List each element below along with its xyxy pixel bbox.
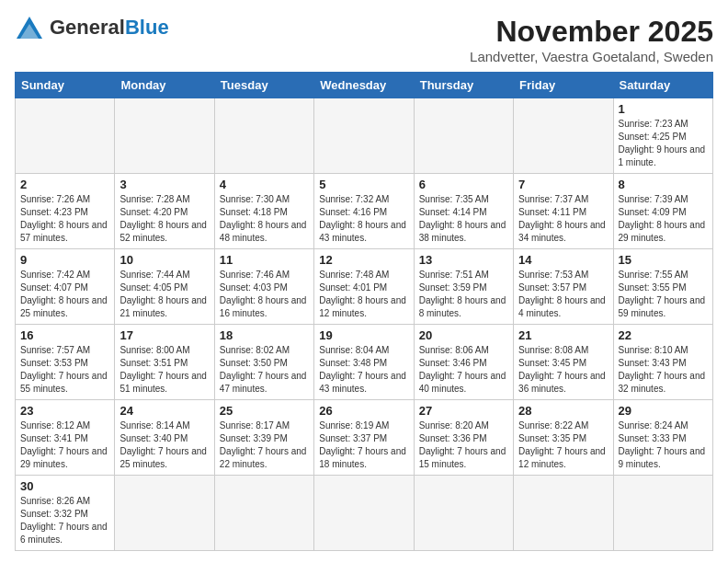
calendar-cell: 20Sunrise: 8:06 AM Sunset: 3:46 PM Dayli… (414, 325, 513, 400)
calendar-cell (214, 476, 313, 551)
day-info: Sunrise: 8:02 AM Sunset: 3:50 PM Dayligh… (220, 344, 309, 396)
day-number: 20 (419, 328, 508, 342)
day-info: Sunrise: 8:24 AM Sunset: 3:33 PM Dayligh… (619, 419, 708, 471)
day-info: Sunrise: 8:12 AM Sunset: 3:41 PM Dayligh… (20, 419, 109, 471)
day-number: 25 (220, 404, 309, 418)
day-info: Sunrise: 8:22 AM Sunset: 3:35 PM Dayligh… (518, 419, 608, 471)
day-number: 26 (319, 404, 408, 418)
calendar-cell: 29Sunrise: 8:24 AM Sunset: 3:33 PM Dayli… (613, 400, 712, 476)
day-info: Sunrise: 8:08 AM Sunset: 3:45 PM Dayligh… (518, 344, 608, 396)
logo-icon (15, 15, 44, 40)
calendar-cell (613, 476, 712, 551)
day-number: 3 (119, 178, 209, 191)
logo-text: GeneralBlue (50, 16, 169, 40)
day-info: Sunrise: 8:04 AM Sunset: 3:48 PM Dayligh… (319, 344, 408, 396)
weekday-header: Tuesday (214, 73, 313, 98)
calendar-cell: 25Sunrise: 8:17 AM Sunset: 3:39 PM Dayli… (214, 400, 313, 476)
calendar-cell: 22Sunrise: 8:10 AM Sunset: 3:43 PM Dayli… (613, 325, 712, 400)
day-number: 18 (220, 328, 309, 342)
month-year: November 2025 (470, 15, 713, 49)
day-number: 8 (619, 178, 708, 191)
calendar-cell: 17Sunrise: 8:00 AM Sunset: 3:51 PM Dayli… (115, 325, 214, 400)
day-number: 5 (319, 178, 408, 191)
calendar-cell (115, 476, 214, 551)
calendar-cell: 12Sunrise: 7:48 AM Sunset: 4:01 PM Dayli… (314, 249, 414, 325)
calendar-cell: 23Sunrise: 8:12 AM Sunset: 3:41 PM Dayli… (16, 400, 115, 476)
calendar-cell: 5Sunrise: 7:32 AM Sunset: 4:16 PM Daylig… (314, 174, 414, 249)
weekday-header: Saturday (613, 73, 712, 98)
day-info: Sunrise: 8:17 AM Sunset: 3:39 PM Dayligh… (220, 419, 309, 471)
day-number: 22 (619, 328, 708, 342)
header: GeneralBlue November 2025 Landvetter, Va… (15, 15, 713, 64)
day-number: 21 (518, 328, 608, 342)
calendar-cell: 30Sunrise: 8:26 AM Sunset: 3:32 PM Dayli… (16, 476, 115, 551)
weekday-header: Friday (514, 73, 613, 98)
day-info: Sunrise: 7:46 AM Sunset: 4:03 PM Dayligh… (220, 269, 309, 320)
calendar-cell: 10Sunrise: 7:44 AM Sunset: 4:05 PM Dayli… (115, 249, 214, 325)
day-info: Sunrise: 7:30 AM Sunset: 4:18 PM Dayligh… (220, 193, 309, 245)
day-info: Sunrise: 8:00 AM Sunset: 3:51 PM Dayligh… (119, 344, 209, 396)
day-number: 29 (619, 404, 708, 418)
calendar-cell: 14Sunrise: 7:53 AM Sunset: 3:57 PM Dayli… (514, 249, 613, 325)
calendar-cell (414, 476, 513, 551)
logo-area: GeneralBlue (15, 15, 169, 40)
calendar-cell: 15Sunrise: 7:55 AM Sunset: 3:55 PM Dayli… (613, 249, 712, 325)
day-info: Sunrise: 8:14 AM Sunset: 3:40 PM Dayligh… (119, 419, 209, 471)
calendar-cell (214, 98, 313, 174)
day-number: 17 (119, 328, 209, 342)
day-info: Sunrise: 7:26 AM Sunset: 4:23 PM Dayligh… (20, 193, 109, 245)
day-info: Sunrise: 8:10 AM Sunset: 3:43 PM Dayligh… (619, 344, 708, 396)
day-number: 4 (220, 178, 309, 191)
day-number: 28 (518, 404, 608, 418)
calendar-cell (514, 476, 613, 551)
day-info: Sunrise: 7:55 AM Sunset: 3:55 PM Dayligh… (619, 269, 708, 320)
calendar-cell (314, 476, 414, 551)
day-number: 12 (319, 253, 408, 267)
calendar-cell: 19Sunrise: 8:04 AM Sunset: 3:48 PM Dayli… (314, 325, 414, 400)
day-info: Sunrise: 7:39 AM Sunset: 4:09 PM Dayligh… (619, 193, 708, 245)
calendar-cell: 9Sunrise: 7:42 AM Sunset: 4:07 PM Daylig… (16, 249, 115, 325)
calendar-cell: 13Sunrise: 7:51 AM Sunset: 3:59 PM Dayli… (414, 249, 513, 325)
day-number: 6 (419, 178, 508, 191)
weekday-header: Wednesday (314, 73, 414, 98)
day-info: Sunrise: 7:51 AM Sunset: 3:59 PM Dayligh… (419, 269, 508, 320)
calendar-cell: 11Sunrise: 7:46 AM Sunset: 4:03 PM Dayli… (214, 249, 313, 325)
day-info: Sunrise: 7:37 AM Sunset: 4:11 PM Dayligh… (518, 193, 608, 245)
day-number: 14 (518, 253, 608, 267)
calendar-cell: 18Sunrise: 8:02 AM Sunset: 3:50 PM Dayli… (214, 325, 313, 400)
day-number: 30 (20, 479, 109, 493)
day-number: 16 (20, 328, 109, 342)
day-info: Sunrise: 7:53 AM Sunset: 3:57 PM Dayligh… (518, 269, 608, 320)
day-info: Sunrise: 7:35 AM Sunset: 4:14 PM Dayligh… (419, 193, 508, 245)
calendar-cell: 1Sunrise: 7:23 AM Sunset: 4:25 PM Daylig… (613, 98, 712, 174)
day-info: Sunrise: 8:19 AM Sunset: 3:37 PM Dayligh… (319, 419, 408, 471)
day-info: Sunrise: 7:48 AM Sunset: 4:01 PM Dayligh… (319, 269, 408, 320)
day-number: 19 (319, 328, 408, 342)
calendar-cell (16, 98, 115, 174)
calendar-cell: 21Sunrise: 8:08 AM Sunset: 3:45 PM Dayli… (514, 325, 613, 400)
day-number: 15 (619, 253, 708, 267)
calendar-cell: 2Sunrise: 7:26 AM Sunset: 4:23 PM Daylig… (16, 174, 115, 249)
calendar-cell: 4Sunrise: 7:30 AM Sunset: 4:18 PM Daylig… (214, 174, 313, 249)
day-info: Sunrise: 8:20 AM Sunset: 3:36 PM Dayligh… (419, 419, 508, 471)
day-info: Sunrise: 7:42 AM Sunset: 4:07 PM Dayligh… (20, 269, 109, 320)
day-number: 13 (419, 253, 508, 267)
calendar-cell: 26Sunrise: 8:19 AM Sunset: 3:37 PM Dayli… (314, 400, 414, 476)
day-info: Sunrise: 7:28 AM Sunset: 4:20 PM Dayligh… (119, 193, 209, 245)
calendar-cell (514, 98, 613, 174)
weekday-header: Thursday (414, 73, 513, 98)
calendar-cell: 16Sunrise: 7:57 AM Sunset: 3:53 PM Dayli… (16, 325, 115, 400)
day-info: Sunrise: 7:44 AM Sunset: 4:05 PM Dayligh… (119, 269, 209, 320)
day-info: Sunrise: 7:57 AM Sunset: 3:53 PM Dayligh… (20, 344, 109, 396)
calendar-cell (414, 98, 513, 174)
calendar-cell: 8Sunrise: 7:39 AM Sunset: 4:09 PM Daylig… (613, 174, 712, 249)
title-area: November 2025 Landvetter, Vaestra Goetal… (470, 15, 713, 64)
day-info: Sunrise: 7:23 AM Sunset: 4:25 PM Dayligh… (619, 118, 708, 169)
calendar-cell (115, 98, 214, 174)
calendar: SundayMondayTuesdayWednesdayThursdayFrid… (15, 72, 713, 551)
calendar-cell: 24Sunrise: 8:14 AM Sunset: 3:40 PM Dayli… (115, 400, 214, 476)
day-number: 7 (518, 178, 608, 191)
day-number: 24 (119, 404, 209, 418)
calendar-cell (314, 98, 414, 174)
day-number: 27 (419, 404, 508, 418)
